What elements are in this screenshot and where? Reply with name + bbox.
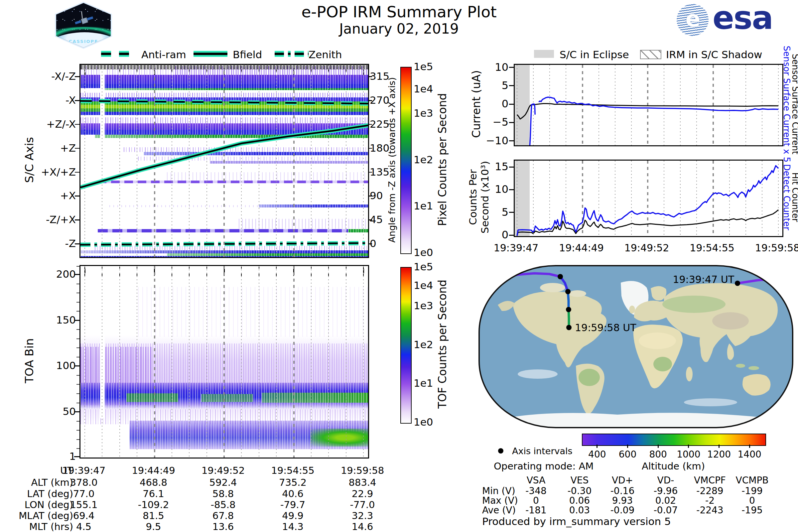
ephemeris-value: 19:59:58 — [327, 465, 397, 476]
ephemeris-value: 77.0 — [49, 488, 119, 499]
spectrogram-band — [201, 394, 253, 402]
alt-tick — [719, 444, 720, 448]
ephemeris-value: -79.7 — [258, 499, 328, 510]
ephemeris-value: 9.5 — [119, 521, 189, 532]
tick — [509, 140, 514, 141]
alt-tick — [749, 444, 750, 448]
ephemeris-value: 19:39:47 — [49, 465, 119, 476]
y-tick-label: 5 — [484, 79, 508, 92]
tick — [75, 243, 79, 244]
y-tick-label: 0 — [484, 97, 508, 110]
tick — [509, 189, 514, 190]
y-tick-label: 10 — [484, 183, 508, 195]
esa-wordmark: esa — [712, 0, 773, 37]
y-tick-label: 10 — [484, 61, 508, 74]
pixel-colorbar-title: Pixel Counts per Second — [436, 93, 449, 226]
alt-tick — [596, 444, 597, 448]
grid-minor — [172, 266, 172, 457]
grid-minor — [119, 266, 120, 457]
pixel-colorbar-tick: 1e2 — [414, 154, 433, 166]
tof-colorbar-tick: 1e5 — [414, 261, 433, 273]
page-title: e-POP IRM Summary Plot — [233, 3, 565, 21]
ephemeris-value: 49.9 — [258, 510, 328, 521]
pixel-colorbar-tick: 1e1 — [414, 200, 433, 212]
ephemeris-value: 378.0 — [49, 477, 119, 488]
axis-interval-dot — [735, 281, 740, 286]
ephemeris-value: 19:49:52 — [188, 465, 258, 476]
ephemeris-value: -85.8 — [188, 499, 258, 510]
ephemeris-value: 155.1 — [49, 499, 119, 510]
grid-minor — [189, 266, 190, 457]
tick — [75, 148, 79, 149]
toa-tick-label: 50 — [40, 405, 76, 417]
esa-globe-icon: e — [677, 4, 708, 36]
axis-interval-dot — [565, 289, 571, 294]
grid-minor — [102, 266, 102, 457]
direction-overlay-lines — [80, 65, 368, 257]
page-date: January 02, 2019 — [233, 21, 565, 37]
noise-texture — [126, 393, 178, 402]
grid-minor — [241, 266, 242, 457]
series-lines — [515, 65, 782, 145]
eclipse-label: S/C in Eclipse — [559, 49, 629, 60]
axis-interval-dot — [557, 274, 563, 279]
tick — [75, 100, 79, 101]
grid-minor — [276, 266, 277, 457]
toa-spectrogram-plot — [79, 265, 369, 458]
time-tick-label: 19:39:47 — [479, 242, 553, 254]
ephemeris-value: 468.8 — [119, 477, 189, 488]
tick — [75, 195, 79, 196]
grid-minor — [363, 266, 364, 457]
y-tick-label: −5 — [484, 116, 508, 128]
tick — [368, 76, 372, 77]
pixel-colorbar-tick: 1e5 — [414, 60, 433, 73]
tick — [368, 172, 372, 173]
grid-minor — [346, 266, 346, 457]
ephemeris-value: 32.3 — [327, 510, 397, 521]
epop-irm-summary-page: CASSIOPE e-POP IRM Summary Plot January … — [0, 0, 798, 532]
grid-major — [154, 266, 155, 457]
pixel-colorbar — [400, 67, 412, 254]
tick — [368, 220, 372, 221]
tick — [509, 212, 514, 213]
spectrogram-band — [310, 429, 368, 446]
track-end-label: 19:59:58 UT — [575, 322, 636, 334]
track-start-label: 19:39:47 UT — [668, 274, 734, 285]
tick — [509, 67, 514, 68]
sc-axis-tick-label: -X/-Z — [23, 70, 76, 82]
y-tick-label: 0 — [484, 228, 508, 241]
toa-tick-label: 100 — [40, 359, 76, 372]
angle-axis-label: Angle from -Z axis (towards +X axis) — [387, 77, 397, 242]
spectrogram-band — [262, 393, 368, 403]
bfield-label: Bfield — [233, 49, 262, 60]
tick — [368, 243, 372, 244]
axis-intervals-dot-icon — [498, 448, 504, 454]
shadow-swatch-icon — [640, 50, 661, 59]
zenith-line-icon — [273, 50, 310, 58]
pixel-spectrogram-plot — [79, 64, 369, 258]
tick — [368, 195, 372, 196]
track-segment — [569, 309, 569, 327]
antiram-label: Anti-ram — [141, 49, 186, 60]
tof-colorbar — [400, 267, 412, 424]
tick — [509, 167, 514, 168]
operating-mode: Operating mode: AM — [494, 460, 593, 472]
time-tick-label: 19:44:49 — [545, 242, 618, 254]
alt-tick — [627, 444, 628, 448]
ephemeris-value: 19:54:55 — [258, 465, 328, 476]
eclipse-swatch-icon — [534, 50, 554, 58]
axis-interval-dot — [566, 325, 572, 330]
toa-plot-ylabel: TOA Bin — [23, 338, 36, 383]
ephemeris-value: 67.8 — [188, 510, 258, 521]
spectrogram-band — [126, 393, 178, 402]
sc-axis-tick-label: -Z — [23, 238, 76, 249]
tick — [75, 172, 79, 173]
sc-axis-tick-label: +X — [23, 190, 76, 202]
toa-minor-ticks — [76, 265, 79, 457]
track-segment — [568, 291, 569, 309]
sc-axis-tick-label: +Z — [23, 142, 76, 154]
tof-colorbar-title: TOF Counts per Second — [436, 280, 449, 408]
ephemeris-value: 14.3 — [258, 521, 328, 532]
ground-track-map: 19:39:47 UT 19:59:58 UT — [478, 264, 794, 429]
pixel-colorbar-tick: 1e0 — [414, 246, 433, 258]
